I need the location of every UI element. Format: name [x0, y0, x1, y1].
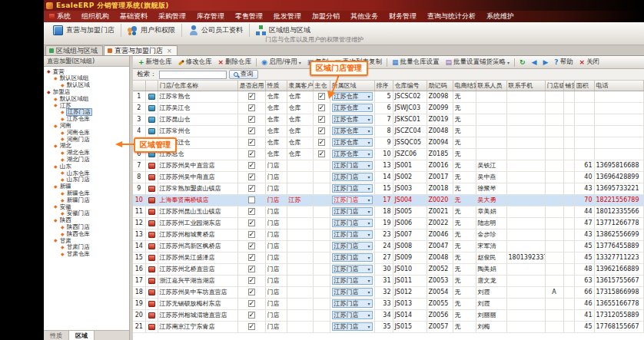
menu-item-11[interactable]: 系统维护	[481, 11, 520, 22]
table-row[interactable]: 13江苏苏州相城黄桥店门店江苏门店▾23JS007Z0046无金步珍431386…	[133, 229, 643, 240]
enabled-checkbox[interactable]	[248, 116, 255, 123]
enabled-checkbox[interactable]	[248, 243, 255, 249]
tree-node-10[interactable]: ◆河南门店	[44, 136, 129, 143]
table-row[interactable]: 3江苏昆山仓仓库仓库江苏仓库▾7JSKSC01Z0019无	[133, 114, 643, 125]
table-row[interactable]: 17浙江嘉兴平湖当湖店门店江苏门店▾31JS011Z0053无唐文龙631361…	[133, 275, 643, 286]
enabled-checkbox[interactable]	[248, 266, 255, 272]
table-row[interactable]: 11江苏苏州昆山玉山镇店门店江苏门店▾18JS005Z0021无章美娟44180…	[133, 206, 643, 217]
enabled-checkbox[interactable]	[248, 162, 255, 169]
menu-item-6[interactable]: 批发管理	[268, 11, 307, 22]
column-header-3[interactable]: 是否启用	[237, 81, 265, 91]
tree-node-4[interactable]: ◆默认区域组	[44, 95, 129, 102]
toolbar-button-14[interactable]: ?帮助	[551, 58, 576, 68]
enabled-checkbox[interactable]	[248, 323, 255, 330]
toolbar-button-13[interactable]: ▶	[539, 58, 551, 68]
toolbar-button-2[interactable]: ×删除仓库	[215, 58, 255, 68]
main-checkbox[interactable]	[318, 127, 325, 134]
tree-node-3[interactable]: ◆加盟店	[44, 88, 129, 95]
column-header-14[interactable]: 门店级别	[545, 81, 563, 91]
enabled-checkbox[interactable]	[248, 277, 255, 284]
table-row[interactable]: 16江苏苏州北桥直营店门店江苏门店▾30JS010Z0052无陶美娟481396…	[133, 263, 643, 275]
main-checkbox[interactable]	[318, 150, 325, 157]
tree-node-27[interactable]: ◆甘肃仓库	[44, 251, 129, 258]
main-checkbox[interactable]	[318, 116, 325, 123]
table-row[interactable]: 6江苏总仓仓库仓库江苏仓库▾10JSZC06Z0185无	[133, 148, 643, 160]
menu-item-0[interactable]: 系统	[44, 11, 76, 22]
menu-item-4[interactable]: 库存管理	[191, 11, 230, 22]
enabled-checkbox[interactable]	[248, 220, 255, 226]
tree-node-16[interactable]: ◆山东门店	[44, 177, 129, 183]
toolbar-button-0[interactable]: +新增仓库	[135, 58, 175, 68]
menu-item-8[interactable]: 其他业务	[345, 11, 383, 22]
region-combo[interactable]: 江苏门店▾	[332, 161, 373, 170]
region-combo[interactable]: 江苏门店▾	[332, 230, 373, 239]
tree-node-13[interactable]: ◆湖北门店	[44, 156, 129, 163]
region-combo[interactable]: 江苏仓库▾	[332, 127, 373, 135]
menu-item-9[interactable]: 财务管理	[383, 11, 422, 22]
toolbar-button-11[interactable]: ↻	[516, 58, 529, 68]
region-combo[interactable]: 江苏门店▾	[332, 184, 373, 193]
main-checkbox[interactable]	[318, 93, 325, 100]
enabled-checkbox[interactable]	[248, 300, 255, 307]
region-combo[interactable]: 江苏门店▾	[332, 299, 373, 308]
tree-node-22[interactable]: ◆陕西	[44, 217, 129, 224]
menu-item-10[interactable]: 查询与统计分析	[422, 11, 481, 22]
enabled-checkbox[interactable]	[248, 139, 255, 146]
tree-node-9[interactable]: ◆河南仓库	[44, 129, 129, 136]
enabled-checkbox[interactable]	[248, 312, 255, 319]
column-header-4[interactable]: 性质	[265, 81, 287, 91]
table-row[interactable]: 18江苏苏州吴中车坊直营店门店江苏门店▾32JS012Z0054无刘霞A6617…	[133, 286, 643, 298]
search-input[interactable]	[159, 71, 227, 79]
enabled-checkbox[interactable]	[248, 93, 255, 100]
tree-node-18[interactable]: ◆新疆仓库	[44, 190, 129, 196]
main-checkbox[interactable]	[318, 139, 325, 146]
toolbar-button-8[interactable]: ▦批量仓库设置	[389, 58, 443, 68]
region-combo[interactable]: 江苏门店▾	[332, 173, 373, 181]
region-combo[interactable]: 江苏仓库▾	[332, 138, 373, 147]
tab-1[interactable]: 直营与加盟门店×	[104, 45, 178, 55]
region-combo[interactable]: 江苏仓库▾	[332, 92, 373, 101]
tree-node-24[interactable]: ◆陕西仓库	[44, 230, 129, 237]
main-checkbox[interactable]	[318, 104, 325, 111]
enabled-checkbox[interactable]	[248, 127, 255, 134]
toolbar-button-9[interactable]: ▤批量设置铺货策略▾	[442, 58, 513, 68]
ribbon-button-3[interactable]: 区域组与区域	[249, 24, 317, 37]
menu-item-1[interactable]: 组织机构	[76, 11, 115, 22]
region-combo[interactable]: 江苏门店▾	[332, 219, 373, 227]
table-row[interactable]: 10上海奉贤南桥镇店门店江苏江苏门店▾17JS004Z0020无吴大勇70182…	[133, 194, 643, 206]
column-header-6[interactable]: 主仓	[313, 81, 330, 91]
table-row[interactable]: 1江苏常熟仓仓库仓库江苏仓库▾5JSCSC02Z0098无	[133, 91, 643, 102]
column-header-1[interactable]	[145, 81, 158, 91]
enabled-checkbox[interactable]	[248, 231, 255, 238]
enabled-checkbox[interactable]	[248, 196, 255, 203]
region-combo[interactable]: 江苏门店▾	[332, 288, 373, 296]
column-header-11[interactable]: 电商结算	[453, 81, 476, 91]
table-row[interactable]: 5江苏宿迁仓仓库仓库江苏仓库▾9JSSQC05Z0094无	[133, 137, 643, 148]
table-row[interactable]: 4江苏常州仓仓库仓库江苏仓库▾8JSCZC04Z0048无	[133, 125, 643, 137]
sidebar-tab-0[interactable]: 性质	[44, 331, 69, 340]
menu-item-3[interactable]: 采购管理	[153, 11, 191, 22]
table-row[interactable]: 9江苏常熟加盟虞山镇店门店江苏门店▾15JS003Z0018无徐聚琴431369…	[133, 183, 643, 194]
ribbon-button-0[interactable]: 直营与加盟门店	[47, 24, 121, 37]
region-combo[interactable]: 江苏门店▾	[332, 311, 373, 319]
column-header-10[interactable]: 助记码	[427, 81, 453, 91]
table-row[interactable]: 8江苏苏州吴中甪直店门店江苏门店▾14JS002Z0017无吴中燕4013696…	[133, 171, 643, 183]
table-row[interactable]: 12江苏苏州工业园湖东店门店江苏门店▾19JS006Z0022无陆志明47137…	[133, 217, 643, 229]
region-combo[interactable]: 江苏仓库▾	[332, 150, 373, 158]
toolbar-button-12[interactable]: ◀	[528, 58, 539, 68]
search-button[interactable]: 查询	[229, 70, 258, 79]
tab-0[interactable]: 区域组与区域	[45, 45, 103, 55]
region-combo[interactable]: 江苏门店▾	[332, 196, 373, 204]
column-header-7[interactable]: 所属区域	[330, 81, 374, 91]
tab-close-icon[interactable]: ×	[167, 48, 172, 54]
enabled-checkbox[interactable]	[248, 104, 255, 111]
tree-node-14[interactable]: ◆山东	[44, 163, 129, 170]
column-header-8[interactable]: 排序	[374, 81, 393, 91]
tree-node-21[interactable]: ◆安徽门店	[44, 210, 129, 217]
region-combo[interactable]: 江苏仓库▾	[332, 104, 373, 112]
column-header-15[interactable]: 铺货上限	[563, 81, 574, 91]
tree-node-7[interactable]: ◆江苏仓库	[44, 116, 129, 123]
toolbar-button-1[interactable]: 修改仓库	[175, 58, 215, 68]
region-combo[interactable]: 江苏门店▾	[332, 265, 373, 273]
tree-node-23[interactable]: ◆陕西门店	[44, 223, 129, 230]
